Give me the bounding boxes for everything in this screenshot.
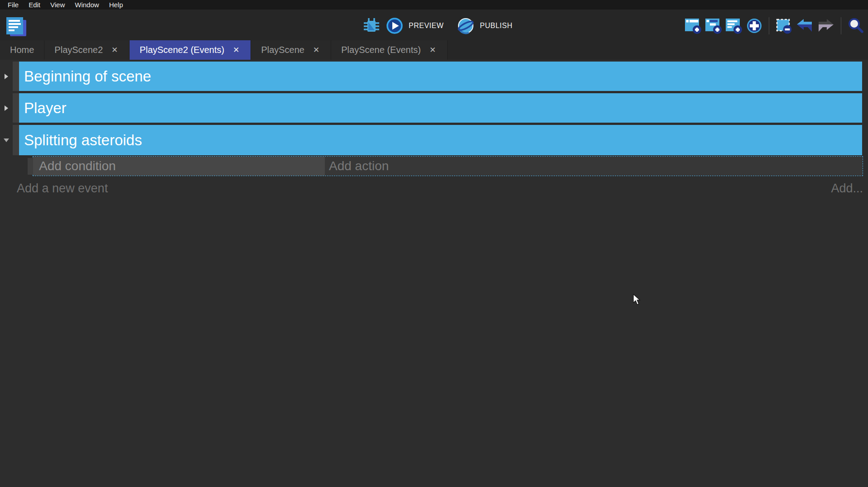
event-group-row: Splitting asteroids xyxy=(0,125,868,155)
tab-label: Home xyxy=(10,45,34,55)
tab-playscene[interactable]: PlayScene ✕ xyxy=(251,40,331,60)
add-new-event-row[interactable]: Add a new event Add... xyxy=(0,178,868,198)
drag-handle[interactable] xyxy=(13,62,19,91)
toolbar-separator xyxy=(769,17,769,34)
close-icon[interactable]: ✕ xyxy=(312,45,321,55)
add-condition-label: Add condition xyxy=(39,159,116,173)
add-event-icon xyxy=(685,17,702,34)
delete-selection-icon xyxy=(775,17,792,34)
group-title: Splitting asteroids xyxy=(24,132,142,149)
add-action-cell[interactable]: Add action xyxy=(325,157,863,176)
event-group-title-bar[interactable]: Beginning of scene xyxy=(19,62,862,91)
search-button[interactable] xyxy=(847,17,864,34)
drag-handle[interactable] xyxy=(28,158,33,175)
add-action-label: Add action xyxy=(329,159,389,173)
editor-tab-bar: Home PlayScene2 ✕ PlayScene2 (Events) ✕ … xyxy=(0,40,868,60)
publish-button[interactable] xyxy=(457,17,474,34)
project-manager-icon xyxy=(5,16,27,37)
delete-selection-button[interactable] xyxy=(775,17,792,34)
event-group-row: Beginning of scene xyxy=(0,62,868,91)
menu-edit[interactable]: Edit xyxy=(24,0,45,10)
add-comment-icon xyxy=(725,17,743,34)
main-toolbar: PREVIEW PUBLISH xyxy=(0,10,868,40)
add-other-event-icon xyxy=(746,17,763,34)
gdevelop-window: File Edit View Window Help xyxy=(0,0,868,487)
tab-label: PlayScene (Events) xyxy=(341,45,421,55)
debugger-button[interactable] xyxy=(362,17,381,35)
preview-label[interactable]: PREVIEW xyxy=(409,22,444,30)
toolbar-separator xyxy=(841,17,841,34)
tab-playscene2[interactable]: PlayScene2 ✕ xyxy=(44,40,130,60)
add-other-event-button[interactable] xyxy=(746,17,763,34)
close-icon[interactable]: ✕ xyxy=(231,45,241,55)
publish-globe-icon xyxy=(457,17,474,34)
mouse-cursor xyxy=(633,294,642,308)
add-event-button[interactable] xyxy=(685,17,702,34)
collapse-toggle[interactable] xyxy=(0,62,13,91)
undo-button[interactable] xyxy=(796,17,814,34)
menu-file[interactable]: File xyxy=(3,0,24,10)
debugger-icon xyxy=(362,17,381,35)
menu-window[interactable]: Window xyxy=(70,0,104,10)
add-condition-cell[interactable]: Add condition xyxy=(33,157,325,176)
empty-event-row: Add condition Add action xyxy=(33,156,863,176)
tab-home[interactable]: Home xyxy=(0,40,44,60)
add-subevent-button[interactable] xyxy=(705,17,722,34)
arrow-right-icon xyxy=(5,74,8,79)
redo-icon xyxy=(817,17,835,34)
menu-bar: File Edit View Window Help xyxy=(0,0,868,10)
event-group-title-bar[interactable]: Splitting asteroids xyxy=(19,125,862,155)
preview-play-icon xyxy=(386,17,403,34)
group-title: Beginning of scene xyxy=(24,68,151,85)
tab-label: PlayScene xyxy=(261,45,304,55)
cursor-arrow-icon xyxy=(633,294,642,306)
preview-button[interactable] xyxy=(386,17,403,34)
drag-handle[interactable] xyxy=(13,93,19,123)
undo-icon xyxy=(796,17,814,34)
group-title: Player xyxy=(24,100,67,117)
publish-label[interactable]: PUBLISH xyxy=(480,22,512,30)
search-icon xyxy=(847,17,864,34)
close-icon[interactable]: ✕ xyxy=(428,45,437,55)
menu-help[interactable]: Help xyxy=(104,0,128,10)
arrow-right-icon xyxy=(5,105,8,111)
tab-label: PlayScene2 (Events) xyxy=(140,45,224,55)
menu-view[interactable]: View xyxy=(45,0,70,10)
collapse-toggle[interactable] xyxy=(0,93,13,123)
expand-toggle[interactable] xyxy=(0,125,13,155)
add-subevent-icon xyxy=(705,17,722,34)
tab-playscene2-events[interactable]: PlayScene2 (Events) ✕ xyxy=(130,40,251,60)
tab-playscene-events[interactable]: PlayScene (Events) ✕ xyxy=(331,40,448,60)
redo-button[interactable] xyxy=(817,17,835,34)
project-manager-button[interactable] xyxy=(5,16,27,37)
event-group-title-bar[interactable]: Player xyxy=(19,93,862,123)
add-button[interactable]: Add... xyxy=(831,181,863,196)
add-new-event-label: Add a new event xyxy=(17,181,108,196)
events-sheet: Beginning of scene Player Splitting aste… xyxy=(0,60,868,487)
drag-handle[interactable] xyxy=(13,125,19,155)
add-comment-button[interactable] xyxy=(725,17,743,34)
tab-label: PlayScene2 xyxy=(54,45,103,55)
close-icon[interactable]: ✕ xyxy=(110,45,119,55)
arrow-down-icon xyxy=(4,138,9,142)
event-group-row: Player xyxy=(0,93,868,123)
